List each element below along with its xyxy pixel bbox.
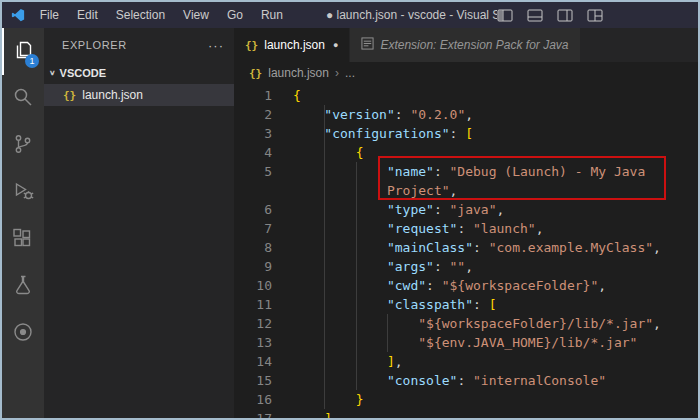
- explorer-actions-icon[interactable]: ···: [208, 38, 224, 53]
- flask-icon: [11, 273, 35, 301]
- line-number: [234, 181, 278, 200]
- code-text: "version": "0.2.0",: [278, 105, 473, 124]
- extension-page-icon: [361, 37, 374, 53]
- code-text: "${workspaceFolder}/lib/*.jar",: [278, 314, 661, 333]
- line-number: 5: [234, 162, 278, 181]
- tab-launch-json[interactable]: {} launch.json ●: [234, 28, 349, 62]
- title-bar: FileEditSelectionViewGoRun ● launch.json…: [2, 2, 698, 28]
- breadcrumb[interactable]: {} launch.json › ...: [234, 62, 698, 84]
- indent-guide: [356, 162, 357, 390]
- code-row[interactable]: 11 "classpath": [: [234, 295, 698, 314]
- json-file-icon: {}: [63, 89, 76, 102]
- layout-controls: [497, 9, 603, 22]
- code-text: "configurations": [: [278, 124, 473, 143]
- activity-bar: 1: [2, 28, 44, 418]
- breadcrumb-separator-icon: ›: [335, 66, 339, 80]
- breadcrumb-more[interactable]: ...: [345, 66, 355, 80]
- modified-dot-icon: ●: [333, 40, 338, 50]
- code-text: "request": "launch",: [278, 219, 543, 238]
- indent-guide: [324, 105, 325, 409]
- editor-group: {} launch.json ● Extension: Extension Pa…: [234, 28, 698, 418]
- code-text: "classpath": [: [278, 295, 497, 314]
- annotation-red-box: [378, 156, 666, 200]
- menu-edit[interactable]: Edit: [68, 2, 107, 28]
- code-row[interactable]: 15 "console": "internalConsole": [234, 371, 698, 390]
- tab-label: Extension: Extension Pack for Java: [380, 38, 568, 52]
- line-number: 10: [234, 276, 278, 295]
- file-name: launch.json: [82, 88, 143, 102]
- tab-label: launch.json: [264, 38, 325, 52]
- menu-selection[interactable]: Selection: [107, 2, 174, 28]
- menu-run[interactable]: Run: [252, 2, 292, 28]
- code-text: "${env.JAVA_HOME}/lib/*.jar": [278, 333, 637, 352]
- circle-icon: [11, 320, 35, 348]
- activity-misc-button[interactable]: [2, 310, 44, 357]
- vscode-window: FileEditSelectionViewGoRun ● launch.json…: [0, 0, 700, 420]
- code-text: {: [278, 143, 363, 162]
- code-text: ],: [278, 352, 403, 371]
- tab-extension-pack-java[interactable]: Extension: Extension Pack for Java: [349, 28, 579, 62]
- code-lines: 1{2 "version": "0.2.0",3 "configurations…: [234, 86, 698, 418]
- code-row[interactable]: 3 "configurations": [: [234, 124, 698, 143]
- code-row[interactable]: 6 "type": "java",: [234, 200, 698, 219]
- activity-source-control-button[interactable]: [2, 122, 44, 169]
- line-number: 15: [234, 371, 278, 390]
- toggle-sidebar-icon[interactable]: [497, 9, 513, 22]
- code-row[interactable]: 14 ],: [234, 352, 698, 371]
- code-row[interactable]: 8 "mainClass": "com.example.MyClass",: [234, 238, 698, 257]
- indent-guide: [387, 314, 388, 352]
- code-text: }: [278, 390, 363, 409]
- main-area: 1: [2, 28, 698, 418]
- line-number: 2: [234, 105, 278, 124]
- line-number: 12: [234, 314, 278, 333]
- line-number: 7: [234, 219, 278, 238]
- folder-name: VSCODE: [60, 67, 106, 79]
- code-row[interactable]: 13 "${env.JAVA_HOME}/lib/*.jar": [234, 333, 698, 352]
- explorer-header: EXPLORER ···: [44, 28, 234, 62]
- code-row[interactable]: 12 "${workspaceFolder}/lib/*.jar",: [234, 314, 698, 333]
- chevron-down-icon: ∨: [49, 69, 56, 77]
- breadcrumb-file[interactable]: launch.json: [268, 66, 329, 80]
- code-row[interactable]: 16 }: [234, 390, 698, 409]
- code-row[interactable]: 10 "cwd": "${workspaceFolder}",: [234, 276, 698, 295]
- code-text: "cwd": "${workspaceFolder}",: [278, 276, 606, 295]
- toggle-secondary-sidebar-icon[interactable]: [557, 9, 573, 22]
- tab-bar: {} launch.json ● Extension: Extension Pa…: [234, 28, 698, 62]
- code-row[interactable]: 17 ]: [234, 409, 698, 418]
- line-number: 11: [234, 295, 278, 314]
- activity-run-debug-button[interactable]: [2, 169, 44, 216]
- menu-bar: FileEditSelectionViewGoRun: [31, 2, 292, 28]
- customize-layout-icon[interactable]: [587, 9, 603, 22]
- code-text: ]: [278, 409, 332, 418]
- explorer-badge: 1: [25, 54, 39, 68]
- code-editor[interactable]: 1{2 "version": "0.2.0",3 "configurations…: [234, 84, 698, 418]
- menu-view[interactable]: View: [174, 2, 218, 28]
- activity-extensions-button[interactable]: [2, 216, 44, 263]
- toggle-panel-icon[interactable]: [527, 9, 543, 22]
- line-number: 14: [234, 352, 278, 371]
- activity-explorer-button[interactable]: 1: [2, 28, 44, 75]
- code-row[interactable]: 7 "request": "launch",: [234, 219, 698, 238]
- code-row[interactable]: 2 "version": "0.2.0",: [234, 105, 698, 124]
- code-row[interactable]: 1{: [234, 86, 698, 105]
- code-text: "type": "java",: [278, 200, 504, 219]
- line-number: 3: [234, 124, 278, 143]
- explorer-sidebar: EXPLORER ··· ∨ VSCODE {} launch.json: [44, 28, 234, 418]
- menu-go[interactable]: Go: [218, 2, 252, 28]
- git-branch-icon: [11, 132, 35, 160]
- line-number: 6: [234, 200, 278, 219]
- activity-testing-button[interactable]: [2, 263, 44, 310]
- menu-file[interactable]: File: [31, 2, 68, 28]
- line-number: 8: [234, 238, 278, 257]
- line-number: 16: [234, 390, 278, 409]
- line-number: 4: [234, 143, 278, 162]
- folder-row-vscode[interactable]: ∨ VSCODE: [44, 62, 234, 84]
- run-debug-icon: [11, 179, 35, 207]
- line-number: 9: [234, 257, 278, 276]
- code-row[interactable]: 9 "args": "",: [234, 257, 698, 276]
- extensions-icon: [11, 226, 35, 254]
- activity-search-button[interactable]: [2, 75, 44, 122]
- vscode-logo-icon: [10, 7, 27, 23]
- code-text: "console": "internalConsole": [278, 371, 606, 390]
- file-item-launch-json[interactable]: {} launch.json: [44, 84, 234, 106]
